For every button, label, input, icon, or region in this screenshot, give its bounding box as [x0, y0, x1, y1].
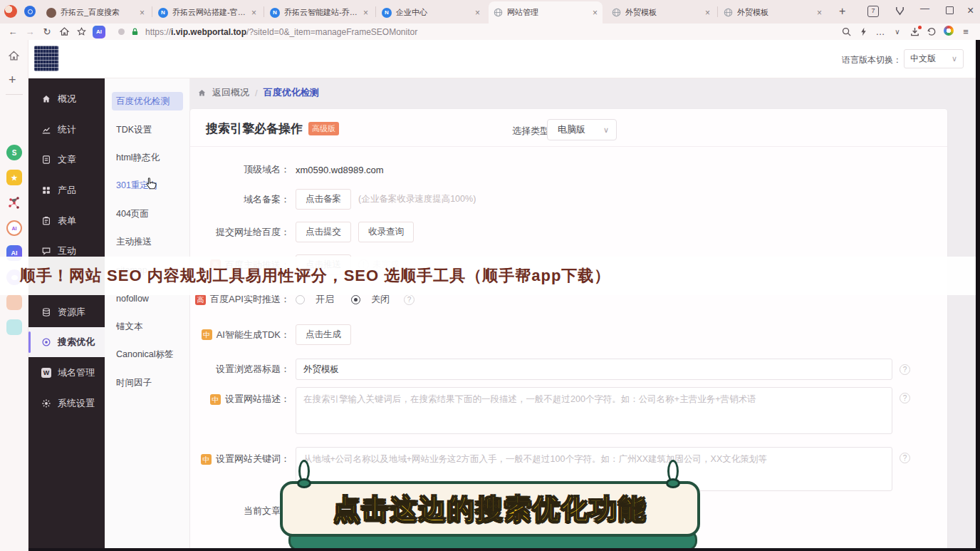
- ai-assistant-icon[interactable]: AI: [93, 26, 105, 38]
- site-description-textarea[interactable]: [296, 387, 892, 434]
- forward-icon[interactable]: →: [21, 26, 38, 37]
- tab-baidu-search[interactable]: 乔拓云_百度搜索 ×: [41, 1, 150, 24]
- house-icon: [41, 94, 51, 104]
- callout-sign: 点击这边的搜索优化功能: [280, 460, 702, 551]
- submenu-item-tdk[interactable]: TDK设置: [112, 120, 183, 139]
- app-sidebar: 概况 统计 文章 产品 表单 互动 资源库 搜索优化: [28, 78, 105, 551]
- site-info-icon[interactable]: [118, 29, 125, 35]
- help-icon[interactable]: ?: [900, 453, 910, 463]
- sidebar-item-articles[interactable]: 文章: [28, 145, 105, 175]
- rail-app-star-icon[interactable]: ★: [6, 170, 22, 185]
- breadcrumb-back-link[interactable]: 返回概况: [212, 86, 249, 99]
- rail-home-icon[interactable]: [8, 50, 20, 62]
- help-icon[interactable]: ?: [900, 364, 910, 375]
- device-type-value: 电脑版: [558, 123, 585, 136]
- collections-icon[interactable]: [895, 6, 905, 16]
- sidebar-item-library[interactable]: 资源库: [28, 297, 105, 327]
- row-ai-tdk: 中 AI智能生成TDK： 点击生成: [190, 324, 351, 345]
- url-text[interactable]: https://i.vip.webportal.top/?siteId=0&_i…: [145, 27, 417, 37]
- bookmarks-icon[interactable]: [73, 26, 90, 37]
- chart-icon: [41, 125, 51, 135]
- tab-close-icon[interactable]: ×: [251, 8, 256, 18]
- tab-title: 网站管理: [507, 7, 588, 18]
- url-path: /?siteId=0&_item=manageFrameSEOMonitor: [246, 27, 417, 37]
- menu-icon[interactable]: ≡: [957, 26, 974, 37]
- sidebar-item-forms[interactable]: 表单: [28, 206, 105, 236]
- undo-icon[interactable]: [923, 27, 940, 37]
- tab-title: 乔拓云_百度搜索: [61, 7, 135, 18]
- rail-app-green-icon[interactable]: S: [6, 145, 22, 160]
- new-tab-button[interactable]: +: [839, 5, 845, 18]
- tab-template-1[interactable]: 外贸模板 ×: [607, 1, 715, 24]
- tab-site-manage-active[interactable]: 网站管理 ×: [489, 1, 603, 24]
- seo-target-icon: [41, 337, 51, 347]
- more-tools-icon[interactable]: …: [872, 26, 889, 37]
- tab-smart-build[interactable]: N 乔拓云智能建站-乔拓云网- ×: [265, 1, 373, 24]
- help-icon[interactable]: ?: [900, 393, 910, 403]
- tab-close-icon[interactable]: ×: [593, 8, 598, 18]
- rail-app-peach-icon[interactable]: [6, 294, 22, 310]
- submenu-item-baidu-check[interactable]: 百度优化检测: [112, 92, 183, 110]
- submenu-item-push[interactable]: 主动推送: [112, 232, 183, 251]
- sidebar-item-seo[interactable]: 搜索优化: [28, 327, 105, 357]
- device-type-select[interactable]: 电脑版 ∨: [547, 119, 617, 140]
- browser-colorwheel-icon[interactable]: [940, 26, 957, 38]
- tab-close-icon[interactable]: ×: [705, 8, 710, 18]
- tab-close-icon[interactable]: ×: [475, 8, 480, 18]
- download-alert-dot: [918, 26, 922, 29]
- sidebar-item-overview[interactable]: 概况: [28, 84, 105, 114]
- chevron-down-icon[interactable]: ∨: [889, 28, 906, 36]
- help-icon[interactable]: ?: [404, 294, 415, 305]
- window-close-icon[interactable]: ×: [967, 4, 974, 17]
- sign-plate: 点击这边的搜索优化功能: [280, 481, 700, 537]
- field-label: 提交网址给百度：: [216, 226, 290, 239]
- tab-favicon: [46, 8, 56, 18]
- tab-close-icon[interactable]: ×: [140, 8, 145, 18]
- rail-add-icon[interactable]: +: [9, 73, 16, 88]
- browser-side-rail: + S ★ AI AI: [0, 40, 28, 551]
- window-minimize-icon[interactable]: —: [920, 3, 929, 14]
- sidebar-item-label: 搜索优化: [58, 336, 95, 349]
- tab-count-badge[interactable]: 7: [867, 6, 879, 17]
- sidebar-item-settings[interactable]: 系统设置: [28, 388, 105, 418]
- window-maximize-icon[interactable]: [946, 6, 954, 14]
- submenu-item-404[interactable]: 404页面: [112, 205, 183, 223]
- index-query-button[interactable]: 收录查询: [358, 222, 414, 242]
- tab-close-icon[interactable]: ×: [363, 8, 368, 18]
- search-icon[interactable]: [838, 26, 855, 37]
- submit-url-button[interactable]: 点击提交: [296, 222, 351, 242]
- tab-template-2[interactable]: 外贸模板 ×: [719, 1, 827, 24]
- rail-app-teal-icon[interactable]: [6, 319, 22, 335]
- reload-icon[interactable]: ↻: [38, 26, 56, 37]
- downloads-icon[interactable]: [906, 26, 923, 37]
- generate-tdk-button[interactable]: 点击生成: [296, 324, 351, 345]
- rail-app-network-icon[interactable]: [6, 195, 22, 210]
- site-logo: [34, 46, 58, 71]
- sidebar-item-products[interactable]: 产品: [28, 175, 105, 205]
- lightning-icon[interactable]: [855, 27, 872, 36]
- tab-site-build[interactable]: N 乔拓云网站搭建-官网搭建- ×: [153, 1, 261, 24]
- row-article-count: 当前文章数: [190, 502, 290, 520]
- submenu-item-time-factor[interactable]: 时间因子: [112, 374, 183, 392]
- url-prefix: https://: [145, 27, 171, 37]
- secure-lock-icon[interactable]: [130, 27, 140, 36]
- submenu-item-anchor[interactable]: 锚文本: [112, 317, 183, 336]
- submenu-item-html-static[interactable]: html静态化: [112, 148, 183, 167]
- sidebar-item-domain[interactable]: W 域名管理: [28, 358, 105, 388]
- browser-title-input[interactable]: [296, 359, 892, 380]
- workspace-icon[interactable]: [24, 6, 36, 17]
- subtitle-banner-text: 顺手！网站 SEO 内容规划工具易用性评分，SEO 选顺手工具（顺手帮app下载…: [20, 265, 610, 287]
- radio-api-on[interactable]: [296, 295, 305, 304]
- tab-close-icon[interactable]: ×: [817, 8, 822, 18]
- submenu-item-canonical[interactable]: Canonical标签: [112, 345, 183, 364]
- sidebar-item-stats[interactable]: 统计: [28, 115, 105, 145]
- home-icon[interactable]: [56, 26, 73, 37]
- tab-enterprise-center[interactable]: N 企业中心 ×: [377, 1, 485, 24]
- back-icon[interactable]: ←: [4, 26, 21, 37]
- language-select[interactable]: 中文版 ∨: [904, 49, 964, 68]
- icp-record-button[interactable]: 点击备案: [296, 189, 351, 210]
- radio-api-off[interactable]: [351, 295, 360, 304]
- premium-badge: 高级版: [308, 122, 339, 135]
- level-badge-mid: 中: [202, 329, 212, 340]
- rail-app-ai-ring-icon[interactable]: AI: [6, 220, 22, 236]
